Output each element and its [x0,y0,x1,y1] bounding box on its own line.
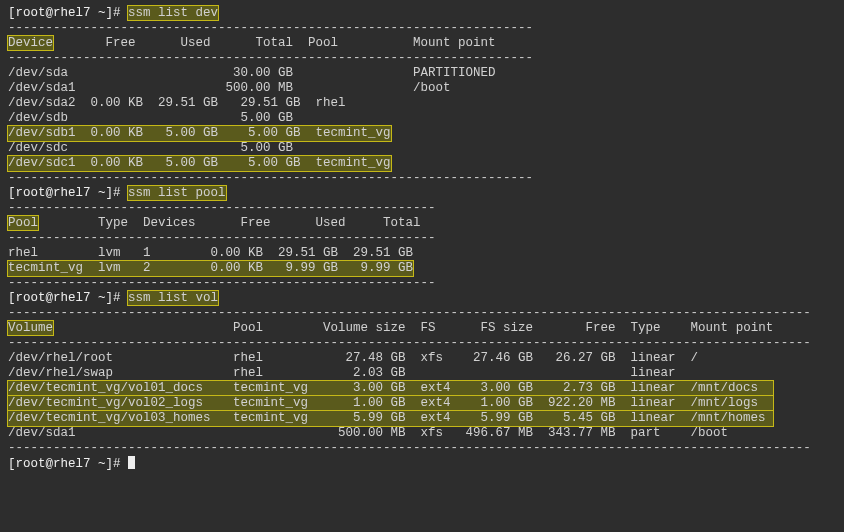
separator: ----------------------------------------… [8,51,836,66]
separator: ----------------------------------------… [8,441,836,456]
separator: ----------------------------------------… [8,276,836,291]
prompt-line-3[interactable]: [root@rhel7 ~]# ssm list vol [8,291,836,306]
vol-row-sda1: /dev/sda1 500.00 MB xfs 496.67 MB 343.77… [8,426,836,441]
prompt-text: [root@rhel7 ~]# [8,186,128,200]
prompt-text: [root@rhel7 ~]# [8,6,128,20]
prompt-line-1[interactable]: [root@rhel7 ~]# ssm list dev [8,6,836,21]
vol-row-root: /dev/rhel/root rhel 27.48 GB xfs 27.46 G… [8,351,836,366]
dev-row-sda2: /dev/sda2 0.00 KB 29.51 GB 29.51 GB rhel [8,96,836,111]
dev-row-sdc: /dev/sdc 5.00 GB [8,141,836,156]
vol-header: Volume Pool Volume size FS FS size Free … [8,321,836,336]
pool-header: Pool Type Devices Free Used Total [8,216,836,231]
col-pool: Pool [8,216,38,230]
pool-row-tecmint: tecmint_vg lvm 2 0.00 KB 9.99 GB 9.99 GB [8,261,836,276]
dev-row-sdb1: /dev/sdb1 0.00 KB 5.00 GB 5.00 GB tecmin… [8,126,836,141]
col-device: Device [8,36,53,50]
prompt-line-2[interactable]: [root@rhel7 ~]# ssm list pool [8,186,836,201]
cursor [128,456,135,469]
dev-row-sda: /dev/sda 30.00 GB PARTITIONED [8,66,836,81]
separator: ----------------------------------------… [8,231,836,246]
command-ssm-list-pool: ssm list pool [128,186,226,200]
vol-row-v2: /dev/tecmint_vg/vol02_logs tecmint_vg 1.… [8,396,836,411]
separator: ----------------------------------------… [8,201,836,216]
command-ssm-list-dev: ssm list dev [128,6,218,20]
dev-row-sdb: /dev/sdb 5.00 GB [8,111,836,126]
prompt-line-4[interactable]: [root@rhel7 ~]# [8,456,836,472]
dev-row-sdc1: /dev/sdc1 0.00 KB 5.00 GB 5.00 GB tecmin… [8,156,836,171]
vol-row-v3: /dev/tecmint_vg/vol03_homes tecmint_vg 5… [8,411,836,426]
dev-header: Device Free Used Total Pool Mount point [8,36,836,51]
vol-row-swap: /dev/rhel/swap rhel 2.03 GB linear [8,366,836,381]
separator: ----------------------------------------… [8,306,836,321]
prompt-text: [root@rhel7 ~]# [8,291,128,305]
separator: ----------------------------------------… [8,336,836,351]
separator: ----------------------------------------… [8,171,836,186]
vol-row-v1: /dev/tecmint_vg/vol01_docs tecmint_vg 3.… [8,381,836,396]
separator: ----------------------------------------… [8,21,836,36]
dev-row-sda1: /dev/sda1 500.00 MB /boot [8,81,836,96]
prompt-text: [root@rhel7 ~]# [8,457,128,471]
col-volume: Volume [8,321,53,335]
pool-row-rhel: rhel lvm 1 0.00 KB 29.51 GB 29.51 GB [8,246,836,261]
command-ssm-list-vol: ssm list vol [128,291,218,305]
